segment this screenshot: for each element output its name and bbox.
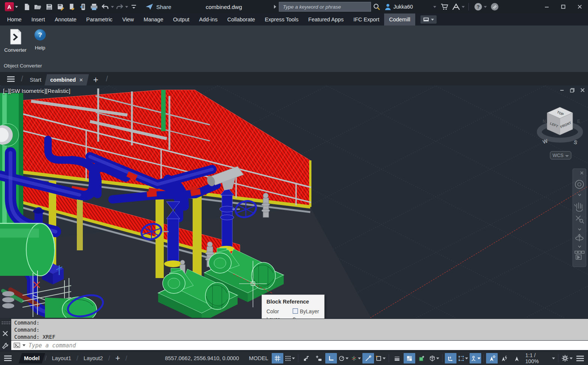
layout2-tab[interactable]: Layout2 xyxy=(80,353,107,364)
ortho-mode-button[interactable] xyxy=(325,353,337,364)
customization-button[interactable] xyxy=(561,353,573,364)
tab-codemill[interactable]: Codemill xyxy=(384,13,415,25)
annotation-scale-button[interactable] xyxy=(511,353,522,364)
snap-caret-icon[interactable] xyxy=(292,358,295,359)
grid-display-button[interactable] xyxy=(272,353,283,364)
search-button[interactable] xyxy=(371,1,382,12)
minimize-button[interactable] xyxy=(539,1,555,12)
user-menu-caret-icon[interactable] xyxy=(433,6,436,8)
infer-constraints-button[interactable] xyxy=(301,353,312,364)
viewcube-east[interactable]: E xyxy=(577,119,580,124)
close-button[interactable] xyxy=(572,1,588,12)
save-button[interactable] xyxy=(43,1,55,12)
isometric-drafting-button[interactable] xyxy=(350,353,362,364)
recent-commands-caret-icon[interactable] xyxy=(22,344,25,346)
filter-caret-icon[interactable] xyxy=(465,358,468,359)
isolate-objects-button[interactable] xyxy=(574,353,586,364)
model-3d-scene[interactable]: W S N E TOP LEFT FRONT WCS xyxy=(0,85,588,318)
converter-button[interactable]: Converter xyxy=(3,28,28,59)
polar-caret-icon[interactable] xyxy=(346,358,349,359)
layout-menu-button[interactable] xyxy=(2,353,13,364)
tab-parametric[interactable]: Parametric xyxy=(81,13,117,25)
redo-button[interactable] xyxy=(114,1,125,12)
selection-cycling-button[interactable] xyxy=(416,353,428,364)
tab-ifc-export[interactable]: IFC Export xyxy=(349,13,384,25)
user-name[interactable]: Jukka60 xyxy=(393,4,413,10)
qat-customize-button[interactable] xyxy=(128,1,139,12)
file-tab-start[interactable]: Start xyxy=(25,74,46,85)
save-as-button[interactable] xyxy=(55,1,66,12)
command-line-grip[interactable] xyxy=(0,319,11,350)
autodesk-caret-icon[interactable] xyxy=(462,6,465,8)
autoscale-button[interactable] xyxy=(498,353,510,364)
object-snap-button[interactable] xyxy=(375,353,386,364)
dynamic-ucs-button[interactable] xyxy=(445,353,456,364)
search-input[interactable] xyxy=(282,4,368,10)
store-button[interactable] xyxy=(439,1,450,12)
undo-caret-icon[interactable] xyxy=(111,6,114,8)
undo-button[interactable] xyxy=(100,1,111,12)
tab-manage[interactable]: Manage xyxy=(139,13,168,25)
model-space-button[interactable]: MODEL xyxy=(246,355,271,361)
app-menu-caret-icon[interactable] xyxy=(15,6,18,8)
tab-express-tools[interactable]: Express Tools xyxy=(260,13,304,25)
selection-filtering-button[interactable] xyxy=(457,353,469,364)
isodraft-caret-icon[interactable] xyxy=(358,358,361,359)
tab-collaborate[interactable]: Collaborate xyxy=(222,13,260,25)
tab-home[interactable]: Home xyxy=(2,13,27,25)
gizmo-caret-icon[interactable] xyxy=(477,358,480,359)
vp-close-icon[interactable] xyxy=(580,88,585,93)
drawing-area[interactable]: W S N E TOP LEFT FRONT WCS xyxy=(0,85,588,318)
model-tab[interactable]: Model xyxy=(18,353,45,364)
app-menu-button[interactable]: A xyxy=(4,1,15,12)
open-file-button[interactable] xyxy=(32,1,43,12)
annotation-visibility-button[interactable] xyxy=(486,353,498,364)
viewport-controls[interactable]: [−][SW Isometric][Realistic] xyxy=(3,88,70,94)
help-caret-icon[interactable] xyxy=(484,6,487,8)
batch-plot-button[interactable] xyxy=(66,1,77,12)
snap-mode-button[interactable] xyxy=(284,353,296,364)
wrench-icon[interactable] xyxy=(2,343,9,349)
new-layout-button[interactable]: + xyxy=(112,353,124,364)
customization-caret-icon[interactable] xyxy=(570,358,573,359)
tab-insert[interactable]: Insert xyxy=(27,13,50,25)
print-button[interactable] xyxy=(88,1,100,12)
tab-output[interactable]: Output xyxy=(168,13,195,25)
file-tab-combined[interactable]: combined ✕ xyxy=(45,74,89,85)
share-button[interactable]: Share xyxy=(145,3,171,10)
redo-caret-icon[interactable] xyxy=(125,6,128,8)
help-menu-button[interactable]: ? xyxy=(473,1,484,12)
tab-view[interactable]: View xyxy=(117,13,139,25)
object-snap-tracking-button[interactable] xyxy=(362,353,374,364)
viewcube-north[interactable]: N xyxy=(543,119,546,124)
new-drawing-button[interactable]: + xyxy=(88,74,104,85)
tab-annotate[interactable]: Annotate xyxy=(50,13,81,25)
maximize-button[interactable] xyxy=(555,1,572,12)
transparency-button[interactable] xyxy=(404,353,415,364)
layout1-tab[interactable]: Layout1 xyxy=(48,353,75,364)
scale-list-button[interactable]: 1:1 / 100% xyxy=(523,353,556,364)
polar-tracking-button[interactable] xyxy=(338,353,349,364)
gizmo-button[interactable] xyxy=(470,353,481,364)
command-input[interactable] xyxy=(28,342,588,349)
command-close-icon[interactable] xyxy=(2,331,8,337)
file-tab-close-icon[interactable]: ✕ xyxy=(79,77,84,83)
vp-minimize-icon[interactable] xyxy=(560,88,564,93)
vp-restore-icon[interactable] xyxy=(570,88,575,93)
tab-add-ins[interactable]: Add-ins xyxy=(194,13,222,25)
osnap3d-caret-icon[interactable] xyxy=(436,358,439,359)
ribbon-help-button[interactable]: ? Help xyxy=(28,28,52,59)
command-history[interactable]: Command: Command: Command: XREF xyxy=(11,319,588,340)
user-avatar[interactable] xyxy=(382,1,393,12)
search-expand-icon[interactable] xyxy=(273,4,277,9)
tab-featured-apps[interactable]: Featured Apps xyxy=(304,13,349,25)
file-tab-menu-button[interactable] xyxy=(5,73,16,85)
autodesk-account-button[interactable] xyxy=(450,1,462,12)
feedback-button[interactable] xyxy=(489,1,500,12)
ribbon-display-options-button[interactable] xyxy=(420,15,437,24)
lineweight-button[interactable] xyxy=(391,353,403,364)
open-from-mobile-button[interactable] xyxy=(77,1,88,12)
3d-object-snap-button[interactable] xyxy=(428,353,440,364)
scale-caret-icon[interactable] xyxy=(552,358,555,359)
command-prompt-icon[interactable] xyxy=(13,343,20,348)
